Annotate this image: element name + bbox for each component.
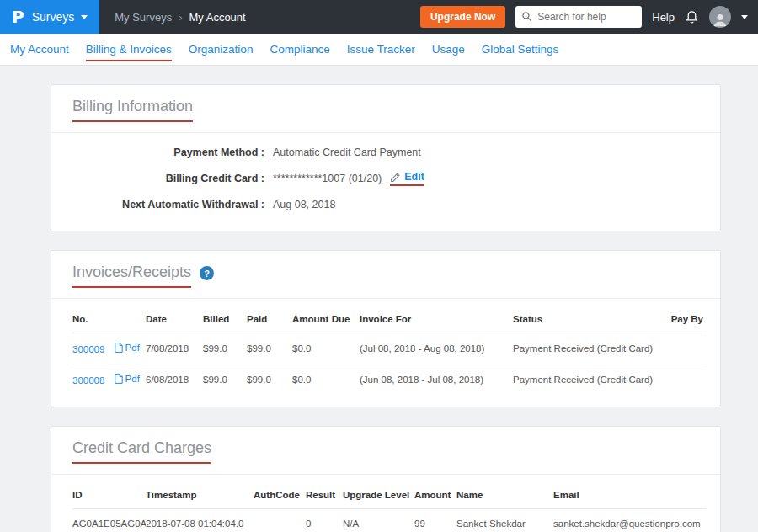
notifications-bell-icon[interactable] xyxy=(685,10,699,24)
payment-method-value: Automatic Credit Card Payment xyxy=(273,146,421,158)
billing-information-header: Billing Information xyxy=(51,85,720,133)
payment-method-row: Payment Method : Automatic Credit Card P… xyxy=(72,146,699,158)
breadcrumb: My Surveys › My Account xyxy=(115,11,245,24)
col-pay-by: Pay By xyxy=(669,306,707,333)
next-withdrawal-label: Next Automatic Withdrawal : xyxy=(72,199,264,210)
invoice-paid: $99.0 xyxy=(247,364,292,396)
col-date: Date xyxy=(146,306,203,333)
col-amount-due: Amount Due xyxy=(292,306,360,333)
invoice-billed: $99.0 xyxy=(203,333,247,364)
invoices-receipts-title: Invoices/Receipts xyxy=(72,263,191,288)
col-timestamp: Timestamp xyxy=(146,481,254,509)
billing-credit-card-value: ************1007 (01/20) xyxy=(273,173,382,184)
account-nav-tabs: My Account Billing & Invoices Organizati… xyxy=(0,34,758,66)
credit-card-charges-title: Credit Card Charges xyxy=(72,439,211,464)
credit-card-charges-card: Credit Card Charges ID Timestamp AuthCod… xyxy=(51,426,721,532)
credit-card-charges-header: Credit Card Charges xyxy=(51,427,720,475)
col-invoice-for: Invoice For xyxy=(360,306,513,333)
invoice-pdf-link[interactable]: Pdf xyxy=(125,374,140,384)
col-upgrade-level: Upgrade Level xyxy=(343,481,414,509)
charges-table: ID Timestamp AuthCode Result Upgrade Lev… xyxy=(72,481,707,532)
invoice-date: 7/08/2018 xyxy=(146,333,203,364)
charge-name: Sanket Shekdar xyxy=(456,509,553,532)
charge-email: sanket.shekdar@questionpro.com xyxy=(553,509,707,532)
search-input[interactable] xyxy=(515,6,642,28)
billing-credit-card-label: Billing Credit Card : xyxy=(72,173,264,184)
page-content: Billing Information Payment Method : Aut… xyxy=(0,66,758,532)
tab-my-account[interactable]: My Account xyxy=(2,34,77,65)
invoice-billed: $99.0 xyxy=(203,364,247,396)
charge-amount: 99 xyxy=(414,509,456,532)
col-email: Email xyxy=(553,481,707,509)
invoice-pay-by xyxy=(669,364,707,396)
col-result: Result xyxy=(306,481,343,509)
billing-information-body: Payment Method : Automatic Credit Card P… xyxy=(51,133,720,231)
pdf-file-icon xyxy=(115,343,123,353)
col-id: ID xyxy=(72,481,146,509)
tab-compliance[interactable]: Compliance xyxy=(261,34,338,65)
invoices-header-row: No. Date Billed Paid Amount Due Invoice … xyxy=(72,306,707,333)
account-menu-chevron-down-icon[interactable] xyxy=(741,15,748,19)
invoice-pay-by xyxy=(669,333,707,364)
tab-global-settings[interactable]: Global Settings xyxy=(473,34,568,65)
breadcrumb-my-account: My Account xyxy=(190,11,246,24)
col-paid: Paid xyxy=(247,306,292,333)
charge-timestamp: 2018-07-08 01:04:04.0 xyxy=(146,509,254,532)
questionpro-logo-icon: P xyxy=(12,7,24,27)
invoice-period: (Jun 08, 2018 - Jul 08, 2018) xyxy=(360,364,513,396)
invoice-amount-due: $0.0 xyxy=(292,364,360,396)
invoice-paid: $99.0 xyxy=(247,333,292,364)
help-icon[interactable]: ? xyxy=(200,266,214,280)
chevron-down-icon xyxy=(81,15,88,19)
invoice-row: 300008 Pdf 6/08/2018 $99.0 $99.0 $0.0 (J… xyxy=(72,364,707,396)
product-name: Surveys xyxy=(32,10,75,24)
invoices-table-wrap: No. Date Billed Paid Amount Due Invoice … xyxy=(51,299,720,407)
billing-information-title: Billing Information xyxy=(72,98,193,122)
charges-table-wrap: ID Timestamp AuthCode Result Upgrade Lev… xyxy=(51,475,720,532)
col-billed: Billed xyxy=(203,306,247,333)
edit-card-action[interactable]: Edit xyxy=(390,171,424,186)
billing-information-card: Billing Information Payment Method : Aut… xyxy=(51,84,721,231)
next-withdrawal-value: Aug 08, 2018 xyxy=(273,199,335,210)
pdf-file-icon xyxy=(115,374,123,384)
upgrade-now-button[interactable]: Upgrade Now xyxy=(420,6,505,28)
invoice-date: 6/08/2018 xyxy=(146,364,203,396)
user-icon xyxy=(712,11,729,28)
next-withdrawal-row: Next Automatic Withdrawal : Aug 08, 2018 xyxy=(72,199,699,210)
invoice-period: (Jul 08, 2018 - Aug 08, 2018) xyxy=(360,333,513,364)
invoice-row: 300009 Pdf 7/08/2018 $99.0 $99.0 $0.0 (J… xyxy=(72,333,707,364)
product-switcher[interactable]: P Surveys xyxy=(0,0,99,34)
breadcrumb-separator-icon: › xyxy=(179,11,182,24)
invoice-amount-due: $0.0 xyxy=(292,333,360,364)
help-search-box[interactable] xyxy=(515,6,642,28)
tab-issue-tracker[interactable]: Issue Tracker xyxy=(339,34,424,65)
help-link[interactable]: Help xyxy=(652,11,675,24)
topbar-right-actions: Upgrade Now Help xyxy=(420,6,758,28)
search-icon xyxy=(521,11,532,22)
tab-usage[interactable]: Usage xyxy=(424,34,473,65)
invoice-pdf-link[interactable]: Pdf xyxy=(125,343,140,353)
tab-organization[interactable]: Organization xyxy=(180,34,262,65)
pencil-edit-icon xyxy=(390,172,401,183)
charge-upgrade-level: N/A xyxy=(343,509,414,532)
invoice-number-link[interactable]: 300008 xyxy=(72,375,104,386)
invoice-status: Payment Received (Credit Card) xyxy=(513,333,669,364)
invoices-receipts-card: Invoices/Receipts ? No. Date Billed Paid… xyxy=(51,250,721,407)
tab-billing-invoices[interactable]: Billing & Invoices xyxy=(77,34,180,65)
breadcrumb-my-surveys[interactable]: My Surveys xyxy=(115,11,172,24)
edit-card-link[interactable]: Edit xyxy=(404,171,424,183)
col-name: Name xyxy=(456,481,553,509)
invoices-table: No. Date Billed Paid Amount Due Invoice … xyxy=(72,306,707,395)
charge-authcode xyxy=(254,509,306,532)
charge-result: 0 xyxy=(306,509,343,532)
col-status: Status xyxy=(513,306,669,333)
payment-method-label: Payment Method : xyxy=(72,146,264,158)
top-navbar: P Surveys My Surveys › My Account Upgrad… xyxy=(0,0,758,34)
invoices-receipts-header: Invoices/Receipts ? xyxy=(51,251,720,299)
col-amount: Amount xyxy=(414,481,456,509)
charge-row: AG0A1E05AG0A 2018-07-08 01:04:04.0 0 N/A… xyxy=(72,509,707,532)
col-no: No. xyxy=(72,306,146,333)
avatar[interactable] xyxy=(709,6,731,28)
invoice-number-link[interactable]: 300009 xyxy=(72,344,104,354)
charges-header-row: ID Timestamp AuthCode Result Upgrade Lev… xyxy=(72,481,707,509)
